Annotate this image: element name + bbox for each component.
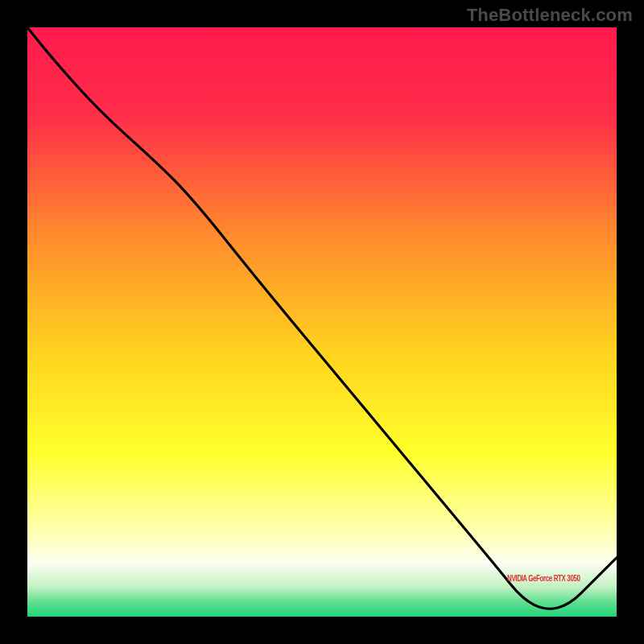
watermark-text: TheBottleneck.com bbox=[467, 5, 633, 26]
gradient-background bbox=[27, 27, 617, 617]
plot-area bbox=[27, 27, 617, 617]
chart-frame: TheBottleneck.com NVIDIA GeForce RTX 305… bbox=[0, 0, 644, 644]
chart-svg bbox=[27, 27, 617, 617]
curve-series-label: NVIDIA GeForce RTX 3050 bbox=[507, 574, 580, 583]
